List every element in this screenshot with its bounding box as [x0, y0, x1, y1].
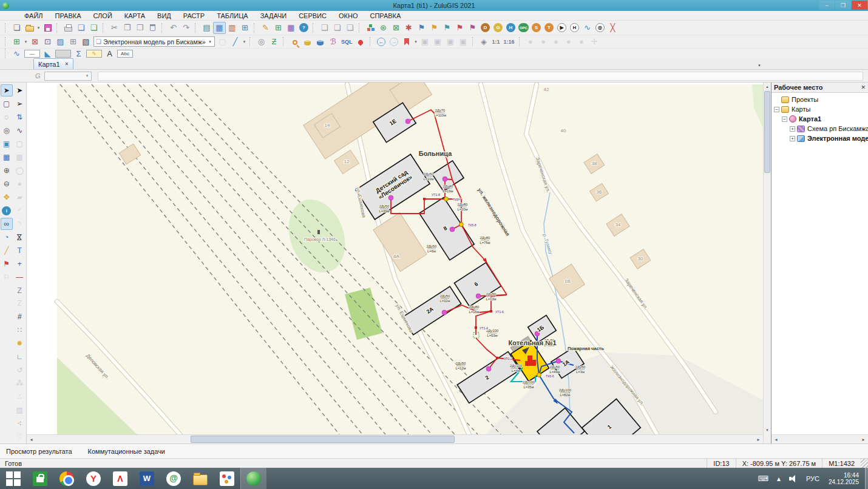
rotate-tool-icon[interactable]: ↺ — [13, 364, 25, 376]
scale-custom[interactable]: 1:16 — [502, 36, 517, 48]
scroll-left-icon[interactable]: ◂ — [27, 435, 36, 443]
grid-hatch-icon[interactable]: # — [13, 311, 25, 323]
filter-bar[interactable] — [98, 72, 863, 81]
flag-gray-icon[interactable]: ⚐ — [1, 271, 13, 283]
export-task-icon[interactable]: ❏ — [318, 22, 331, 34]
sql-query[interactable]: SQL — [339, 36, 354, 48]
zoom-out-icon[interactable]: ⊖ — [1, 178, 13, 190]
badge-h-icon[interactable]: H — [504, 22, 517, 34]
search-db-icon[interactable] — [301, 36, 314, 48]
dropdown-caret-icon[interactable]: ▾ — [242, 39, 247, 44]
print-icon[interactable] — [62, 22, 75, 34]
map-new-icon[interactable]: ⊞ — [10, 36, 23, 48]
vscroll-thumb[interactable] — [764, 91, 770, 173]
new-window-icon[interactable]: ⊞ — [239, 22, 251, 34]
angle-draw-icon[interactable]: ∟ — [13, 351, 25, 363]
attribute-table-icon[interactable]: ▦ — [1, 151, 13, 163]
ellipse-filled-icon[interactable]: ● — [13, 178, 25, 190]
dropdown-caret-icon[interactable]: ▾ — [23, 39, 29, 44]
resize-grip[interactable] — [861, 459, 868, 468]
tree-item-Электронная модель[interactable]: +Электронная модель — [771, 133, 868, 143]
nav-back-icon[interactable]: ← — [375, 36, 388, 48]
area-select-2-icon[interactable]: ● — [537, 36, 550, 48]
layer-props-icon[interactable]: ▨ — [54, 36, 67, 48]
area-select-3-icon[interactable]: ● — [550, 36, 563, 48]
node-edit-icon[interactable]: ➢ — [13, 98, 25, 110]
map-open-icon[interactable]: ⊡ — [41, 36, 54, 48]
search-icon[interactable] — [288, 36, 301, 48]
task-flag-3-icon[interactable]: ⚑ — [441, 22, 453, 34]
workspace-close-icon[interactable]: ✕ — [861, 84, 866, 90]
tray-expand-icon[interactable]: ▴ — [777, 474, 781, 483]
polygon-filled-icon[interactable]: ▰ — [13, 191, 25, 203]
scroll-down-icon[interactable]: ▾ — [764, 426, 771, 434]
search-address-icon[interactable] — [354, 36, 367, 48]
g-combo[interactable]: ▾ — [44, 72, 92, 81]
scheme-prev-icon[interactable]: ▣ — [419, 36, 432, 48]
save-icon[interactable] — [41, 22, 54, 34]
maximize-button[interactable]: ❐ — [835, 1, 851, 10]
delete-icon[interactable] — [146, 22, 159, 34]
typed-points-icon[interactable]: ⁖ — [13, 417, 25, 430]
dropdown-caret-icon[interactable]: ▾ — [36, 25, 41, 30]
select-circle-icon[interactable]: ◌ — [1, 111, 13, 123]
fill-style-box[interactable] — [55, 50, 71, 58]
tree-expander-icon[interactable]: − — [782, 116, 787, 122]
info-tool-icon[interactable]: i — [1, 204, 13, 217]
line-type-icon[interactable]: ∿ — [10, 49, 23, 58]
line-style-box[interactable]: — — [24, 50, 40, 58]
compass-icon[interactable]: ◔ — [1, 231, 13, 243]
tree-expander-icon[interactable]: + — [790, 136, 795, 141]
show-desktop-button[interactable] — [865, 468, 868, 489]
group-tool-icon[interactable]: ∴ — [13, 391, 25, 403]
map-canvas[interactable]: 2Ду70L=110м2Ду50L=10м2Ду40L=19м2Ду50L=39… — [27, 83, 763, 434]
scheme-list-icon[interactable]: ▣ — [444, 36, 457, 48]
nav-forward-icon[interactable]: → — [388, 36, 401, 48]
pan-hand-icon[interactable]: ✥ — [1, 191, 13, 203]
find-node-icon[interactable]: Ƶ — [268, 36, 280, 48]
dropdown-caret-icon[interactable]: ▾ — [413, 39, 419, 44]
shape-outline-icon[interactable]: ♡ — [13, 431, 25, 443]
find-object-icon[interactable]: ◎ — [255, 36, 268, 48]
area-select-1-icon[interactable]: ● — [524, 36, 537, 48]
select-polygon-icon[interactable]: ◎ — [1, 124, 13, 137]
bookmark-icon[interactable] — [401, 36, 413, 48]
hydraulic-calc-icon[interactable]: ✱ — [402, 22, 415, 34]
import-raster-icon[interactable]: ❏ — [87, 22, 100, 34]
menu-table[interactable]: ТАБЛИЦА — [211, 12, 254, 19]
marker-style-box[interactable]: ✎ — [86, 50, 102, 58]
menu-help[interactable]: СПРАВКА — [364, 12, 407, 19]
clock[interactable]: 16:44 24.12.2025 — [829, 472, 859, 485]
symbol-type-icon[interactable]: Σ — [72, 49, 85, 58]
rect-draw-icon[interactable]: ▢ — [13, 138, 25, 150]
help-icon[interactable]: ? — [297, 22, 310, 34]
zoom-in-icon[interactable]: ⊕ — [1, 164, 13, 177]
tab-commutation-tasks[interactable]: Коммутационные задачи — [88, 448, 165, 455]
menu-service[interactable]: СЕРВИС — [293, 12, 333, 19]
taskbar-start-button[interactable] — [0, 468, 27, 489]
text-style-icon[interactable]: A — [103, 49, 116, 58]
taskbar-word[interactable]: W — [134, 468, 160, 489]
tab-list-button[interactable]: ▾ — [755, 63, 764, 68]
menu-edit[interactable]: ПРАВКА — [49, 12, 87, 19]
map-hscrollbar[interactable]: ◂ ▸ — [27, 434, 763, 443]
line-red-icon[interactable]: — — [13, 271, 25, 283]
tree-item-Проекты[interactable]: Проекты — [771, 95, 868, 104]
copy-icon[interactable]: ❐ — [121, 22, 134, 34]
map-copy-icon[interactable]: ⊞ — [67, 36, 80, 48]
route-measure-icon[interactable]: ∷ — [13, 324, 25, 336]
menu-file[interactable]: ФАЙЛ — [18, 12, 49, 19]
scheme-next-icon[interactable]: ▣ — [432, 36, 444, 48]
taskbar-zulugis[interactable] — [240, 468, 267, 489]
keyboard-icon[interactable]: ⌨ — [758, 474, 768, 483]
taskbar-paint[interactable] — [214, 468, 240, 489]
badge-t-icon[interactable]: T — [543, 22, 555, 34]
area-select-4-icon[interactable]: ● — [563, 36, 575, 48]
map-window-icon[interactable]: ▣ — [1, 138, 13, 150]
task-settings-icon[interactable]: ❏ — [344, 22, 356, 34]
taskbar-yandex-browser[interactable]: Y — [80, 468, 107, 489]
panel-hscrollbar[interactable]: ◂ ▸ — [771, 434, 868, 443]
tab-result-view[interactable]: Просмотр результата — [6, 448, 72, 455]
taskbar-acrobat-reader[interactable]: Λ — [107, 468, 134, 489]
redo-icon[interactable]: ↷ — [180, 22, 192, 34]
